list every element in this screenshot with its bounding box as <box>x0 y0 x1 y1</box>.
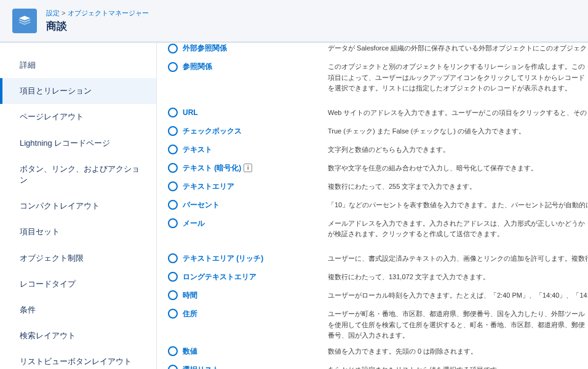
sidebar-item-lightning-pages[interactable]: Lightning レコードページ <box>0 130 156 156</box>
breadcrumb-object-manager[interactable]: オブジェクトマネージャー <box>68 9 149 17</box>
desc-text: 文字列と数値のどちらも入力できます。 <box>328 145 450 156</box>
label-email[interactable]: メール <box>183 218 205 229</box>
field-row-richtextarea: テキストエリア (リッチ) ユーザーに、書式設定済みテキストの入力、画像とリンク… <box>168 253 588 267</box>
label-picklist[interactable]: 選択リスト <box>183 365 220 369</box>
label-percent[interactable]: パーセント <box>183 200 220 210</box>
sidebar-item-listview-button-layout[interactable]: リストビューボタンレイアウト <box>0 349 156 369</box>
header-text: 設定 > オブジェクトマネージャー 商談 <box>46 9 576 33</box>
radio-url[interactable] <box>168 108 178 117</box>
field-row-longtextarea: ロングテキストエリア 複数行にわたって、131,072 文字まで入力できます。 <box>168 272 588 285</box>
radio-cell[interactable]: 選択リスト <box>168 365 328 369</box>
desc-richtextarea: ユーザーに、書式設定済みテキストの入力、画像とリンクの追加を許可します。複数行に… <box>328 253 588 264</box>
label-external-lookup[interactable]: 外部参照関係 <box>183 43 227 54</box>
desc-time: ユーザーがローカル時刻を入力できます。たとえば、「2:40 PM」、「14:40… <box>328 290 588 301</box>
sidebar-item-search-layouts[interactable]: 検索レイアウト <box>0 323 156 349</box>
radio-address[interactable] <box>168 309 178 319</box>
desc-percent: 「10」などのパーセントを表す数値を入力できます。また、パーセント記号が自動的に… <box>328 200 588 211</box>
field-row-textarea: テキストエリア 複数行にわたって、255 文字まで入力できます。 <box>168 181 588 195</box>
radio-cell[interactable]: パーセント <box>168 200 328 210</box>
content: 詳細 項目とリレーション ページレイアウト Lightning レコードページ … <box>0 43 588 369</box>
desc-number: 数値を入力できます。先頭の 0 は削除されます。 <box>328 346 477 357</box>
sidebar-item-conditions[interactable]: 条件 <box>0 297 156 323</box>
field-row-address: 住所 ユーザーが町名・番地、市区郡、都道府県、郵便番号、国を入力したり、外部ツー… <box>168 309 588 341</box>
sidebar: 詳細 項目とリレーション ページレイアウト Lightning レコードページ … <box>0 43 157 369</box>
desc-email: メールアドレスを入力できます。入力されたアドレスは、入力形式が正しいかどうかが検… <box>328 218 588 240</box>
desc-text-encrypted: 数字や文字を任意の組み合わせで入力し、暗号化して保存できます。 <box>328 163 538 174</box>
sidebar-item-field-sets[interactable]: 項目セット <box>0 219 156 245</box>
label-lookup[interactable]: 参照関係 <box>183 62 212 72</box>
field-row-url: URL Web サイトのアドレスを入力できます。ユーザーがこの項目をクリックする… <box>168 108 588 121</box>
radio-email[interactable] <box>168 218 178 228</box>
info-icon[interactable]: i <box>244 164 252 172</box>
sidebar-item-record-types[interactable]: レコードタイプ <box>0 271 156 297</box>
sidebar-item-object-limits[interactable]: オブジェクト制限 <box>0 245 156 271</box>
sidebar-item-fields-relations[interactable]: 項目とリレーション <box>0 78 156 104</box>
page-title: 商談 <box>46 19 576 33</box>
radio-cell[interactable]: ロングテキストエリア <box>168 272 328 282</box>
radio-cell[interactable]: 外部参照関係 <box>168 43 328 54</box>
radio-text-encrypted[interactable] <box>168 163 178 173</box>
field-row-text: テキスト 文字列と数値のどちらも入力できます。 <box>168 145 588 158</box>
radio-cell[interactable]: テキストエリア (リッチ) <box>168 253 328 264</box>
radio-text[interactable] <box>168 145 178 154</box>
desc-lookup: このオブジェクトと別のオブジェクトをリンクするリレーションを作成します。この項目… <box>328 62 588 94</box>
field-row-time: 時間 ユーザーがローカル時刻を入力できます。たとえば、「2:40 PM」、「14… <box>168 290 588 304</box>
radio-textarea[interactable] <box>168 181 178 191</box>
radio-richtextarea[interactable] <box>168 253 178 263</box>
label-richtextarea[interactable]: テキストエリア (リッチ) <box>183 253 263 264</box>
desc-address: ユーザーが町名・番地、市区郡、都道府県、郵便番号、国を入力したり、外部ツールを使… <box>328 309 588 341</box>
radio-cell[interactable]: チェックボックス <box>168 126 328 137</box>
sidebar-item-buttons-links-actions[interactable]: ボタン、リンク、およびアクション <box>0 156 156 193</box>
desc-external-lookup: データが Salesforce 組織の外部に保存されている外部オブジェクトにこの… <box>328 43 588 54</box>
radio-cell[interactable]: テキスト <box>168 145 328 155</box>
radio-lookup[interactable] <box>168 62 178 72</box>
field-row-email: メール メールアドレスを入力できます。入力されたアドレスは、入力形式が正しいかど… <box>168 218 588 240</box>
main-panel: 外部参照関係 データが Salesforce 組織の外部に保存されている外部オブ… <box>157 43 588 369</box>
desc-checkbox: True (チェック) また False (チェックなし) の値を入力できます。 <box>328 126 525 137</box>
radio-cell[interactable]: メール <box>168 218 328 229</box>
radio-cell[interactable]: 参照関係 <box>168 62 328 72</box>
desc-longtextarea: 複数行にわたって、131,072 文字まで入力できます。 <box>328 272 490 283</box>
radio-checkbox[interactable] <box>168 126 178 136</box>
radio-cell[interactable]: URL <box>168 108 328 117</box>
label-address[interactable]: 住所 <box>183 309 197 319</box>
sidebar-item-details[interactable]: 詳細 <box>0 52 156 78</box>
breadcrumb-setup[interactable]: 設定 <box>46 9 60 17</box>
label-url[interactable]: URL <box>183 108 198 117</box>
label-number[interactable]: 数値 <box>183 346 197 357</box>
page-header: 設定 > オブジェクトマネージャー 商談 <box>0 0 588 43</box>
breadcrumb: 設定 > オブジェクトマネージャー <box>46 9 576 18</box>
radio-number[interactable] <box>168 346 178 356</box>
label-longtextarea[interactable]: ロングテキストエリア <box>183 272 256 282</box>
sidebar-item-compact-layouts[interactable]: コンパクトレイアウト <box>0 193 156 219</box>
field-row-external-lookup: 外部参照関係 データが Salesforce 組織の外部に保存されている外部オブ… <box>168 43 588 57</box>
radio-external-lookup[interactable] <box>168 44 178 54</box>
field-row-checkbox: チェックボックス True (チェック) また False (チェックなし) の… <box>168 126 588 140</box>
radio-time[interactable] <box>168 290 178 300</box>
breadcrumb-separator: > <box>62 9 65 17</box>
radio-cell[interactable]: テキストエリア <box>168 181 328 192</box>
field-row-lookup: 参照関係 このオブジェクトと別のオブジェクトをリンクするリレーションを作成します… <box>168 62 588 94</box>
radio-cell[interactable]: 数値 <box>168 346 328 357</box>
sidebar-item-page-layouts[interactable]: ページレイアウト <box>0 104 156 130</box>
label-time[interactable]: 時間 <box>183 290 197 301</box>
radio-cell[interactable]: 時間 <box>168 290 328 301</box>
label-textarea[interactable]: テキストエリア <box>183 181 234 192</box>
label-checkbox[interactable]: チェックボックス <box>183 126 242 137</box>
radio-percent[interactable] <box>168 200 178 210</box>
field-row-number: 数値 数値を入力できます。先頭の 0 は削除されます。 <box>168 346 588 360</box>
setup-icon <box>12 9 37 33</box>
radio-cell[interactable]: テキスト (暗号化) i <box>168 163 328 173</box>
label-text-encrypted[interactable]: テキスト (暗号化) <box>183 163 241 173</box>
radio-longtextarea[interactable] <box>168 272 178 282</box>
desc-textarea: 複数行にわたって、255 文字まで入力できます。 <box>328 181 476 192</box>
desc-url: Web サイトのアドレスを入力できます。ユーザーがこの項目をクリックすると、その… <box>328 108 588 119</box>
desc-picklist: あらかじめ設定されたリストから値を選択する項目です。 <box>328 365 504 369</box>
radio-cell[interactable]: 住所 <box>168 309 328 319</box>
radio-picklist[interactable] <box>168 365 178 369</box>
field-row-picklist: 選択リスト あらかじめ設定されたリストから値を選択する項目です。 <box>168 365 588 369</box>
field-row-percent: パーセント 「10」などのパーセントを表す数値を入力できます。また、パーセント記… <box>168 200 588 213</box>
field-row-text-encrypted: テキスト (暗号化) i 数字や文字を任意の組み合わせで入力し、暗号化して保存で… <box>168 163 588 177</box>
label-text[interactable]: テキスト <box>183 145 212 155</box>
